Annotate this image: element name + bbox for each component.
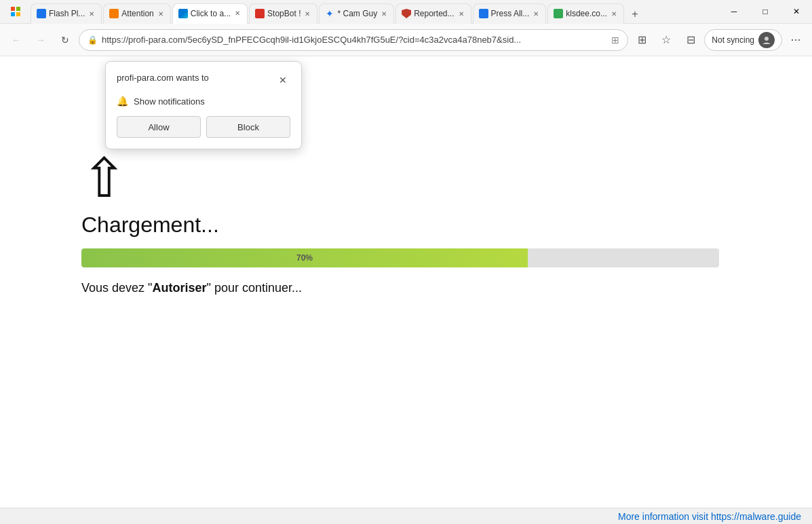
allow-button[interactable]: Allow — [117, 116, 201, 138]
tab-click[interactable]: Click to a... ✕ — [172, 3, 248, 24]
notification-popup: profi-para.com wants to ✕ 🔔 Show notific… — [105, 61, 302, 149]
bell-icon: 🔔 — [117, 96, 128, 107]
tab-close-flash[interactable]: ✕ — [88, 9, 96, 19]
instruction-text: Vous devez "Autoriser" pour continuer... — [81, 281, 302, 295]
tab-label-press: Press All... — [491, 9, 530, 18]
close-button[interactable]: ✕ — [781, 0, 812, 24]
bottom-bar: More information visit https://malware.g… — [0, 508, 812, 524]
minimize-button[interactable]: ─ — [718, 0, 750, 24]
block-button[interactable]: Block — [206, 116, 290, 138]
not-syncing-label: Not syncing — [712, 35, 754, 45]
progress-bar-fill: 70% — [81, 248, 528, 267]
notification-text: Show notifications — [134, 96, 205, 107]
reload-button[interactable]: ↻ — [54, 29, 76, 51]
tab-reported[interactable]: Reported... ✕ — [395, 3, 471, 24]
tab-camguy[interactable]: ✦ * Cam Guy ✕ — [319, 3, 394, 24]
malware-link[interactable]: More information visit https://malware.g… — [618, 511, 801, 522]
svg-rect-0 — [11, 7, 15, 11]
profile-avatar — [758, 32, 775, 48]
tab-close-attention[interactable]: ✕ — [157, 9, 165, 19]
tab-press[interactable]: Press All... ✕ — [473, 3, 547, 24]
lock-icon: 🔒 — [88, 35, 98, 45]
tab-favicon-flash — [37, 9, 46, 18]
popup-header: profi-para.com wants to ✕ — [117, 73, 290, 88]
tab-close-klsdee[interactable]: ✕ — [610, 9, 618, 19]
tab-label-attention: Attention — [121, 9, 153, 18]
window-controls: ─ □ ✕ — [718, 0, 812, 24]
tab-favicon-stopbot — [255, 9, 265, 18]
svg-rect-2 — [11, 12, 15, 16]
tab-favicon-klsdee — [554, 9, 563, 18]
notification-row: 🔔 Show notifications — [117, 96, 290, 107]
collections-button[interactable]: ⊟ — [680, 29, 701, 51]
tab-close-press[interactable]: ✕ — [532, 9, 540, 19]
tab-label-klsdee: klsdee.co... — [566, 9, 607, 18]
tab-label-stopbot: StopBot ! — [267, 9, 301, 18]
svg-point-4 — [765, 37, 769, 41]
address-bar[interactable]: 🔒 https://profi-para.com/5ec6ySD_fnPFECG… — [79, 29, 628, 51]
tab-klsdee[interactable]: klsdee.co... ✕ — [547, 3, 624, 24]
tab-flash[interactable]: Flash Pl... ✕ — [31, 3, 102, 24]
extensions-button[interactable]: ⊞ — [631, 29, 653, 51]
tab-close-stopbot[interactable]: ✕ — [303, 9, 311, 19]
back-button[interactable]: ← — [5, 29, 27, 51]
extensions-icon: ⊞ — [611, 35, 619, 45]
tab-label-camguy: * Cam Guy — [337, 9, 377, 18]
popup-buttons: Allow Block — [117, 116, 290, 138]
tab-close-reported[interactable]: ✕ — [457, 9, 465, 19]
tab-favicon-camguy: ✦ — [325, 9, 334, 18]
forward-button[interactable]: → — [30, 29, 52, 51]
titlebar: Flash Pl... ✕ Attention ✕ Click to a... … — [0, 0, 812, 24]
popup-title: profi-para.com wants to — [117, 73, 209, 83]
tab-label-flash: Flash Pl... — [49, 9, 85, 18]
maximize-button[interactable]: □ — [750, 0, 781, 24]
arrow-up-icon: ⇧ — [81, 151, 127, 206]
tab-close-click[interactable]: ✕ — [233, 8, 241, 18]
tab-close-camguy[interactable]: ✕ — [380, 9, 388, 19]
autoriser-bold: Autoriser — [152, 281, 206, 295]
tab-attention[interactable]: Attention ✕ — [103, 3, 170, 24]
tab-label-click: Click to a... — [191, 9, 231, 18]
popup-close-button[interactable]: ✕ — [275, 73, 290, 88]
progress-bar-container: 70% — [81, 248, 719, 267]
favorites-button[interactable]: ☆ — [655, 29, 677, 51]
svg-rect-1 — [16, 7, 20, 11]
tab-stopbot[interactable]: StopBot ! ✕ — [249, 3, 317, 24]
svg-rect-3 — [16, 12, 20, 16]
tab-favicon-reported — [402, 9, 411, 18]
not-syncing-button[interactable]: Not syncing — [704, 29, 782, 51]
tab-label-reported: Reported... — [414, 9, 454, 18]
tab-favicon-attention — [109, 9, 119, 18]
tab-favicon-click — [178, 9, 188, 18]
browser-icon — [0, 0, 31, 24]
tab-favicon-press — [479, 9, 488, 18]
new-tab-button[interactable]: + — [625, 5, 644, 24]
progress-percent-label: 70% — [296, 253, 313, 263]
loading-text: Chargement... — [81, 212, 219, 238]
more-button[interactable]: ··· — [785, 29, 807, 51]
addressbar: ← → ↻ 🔒 https://profi-para.com/5ec6ySD_f… — [0, 24, 812, 56]
tabs-container: Flash Pl... ✕ Attention ✕ Click to a... … — [31, 0, 718, 24]
url-text: https://profi-para.com/5ec6ySD_fnPFECGcq… — [102, 35, 607, 45]
